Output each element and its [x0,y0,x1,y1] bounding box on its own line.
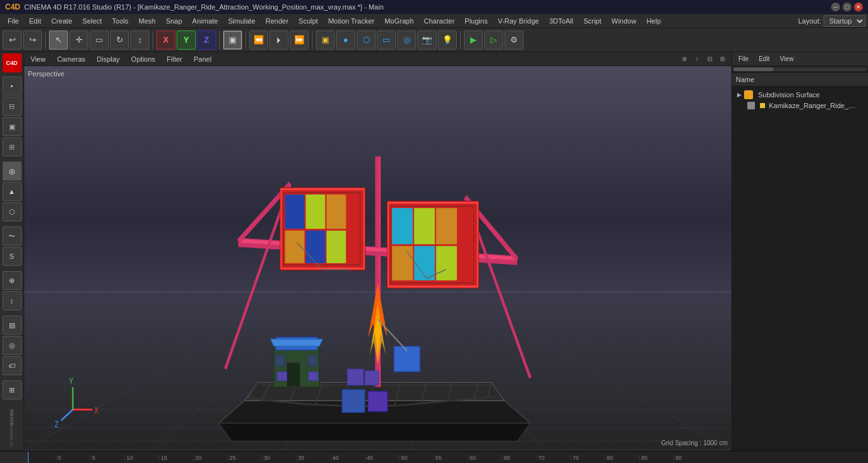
menu-sculpt[interactable]: Sculpt [294,16,323,26]
close-button[interactable]: ✕ [854,3,863,11]
select-tool-button[interactable]: ↖ [49,31,68,50]
timeline-numbers: 0 5 10 15 20 25 30 35 40 45 50 55 60 65 … [28,455,708,461]
maximize-button[interactable]: □ [843,3,851,11]
layout-area: Layout: Startup [798,15,865,27]
layout-label: Layout: [798,17,821,25]
render-settings-btn[interactable]: ⚙ [505,31,524,50]
viewport-display-menu[interactable]: Display [94,54,122,64]
viewport-panel-menu[interactable]: Panel [191,54,214,64]
menu-3dtoall[interactable]: 3DToAll [544,16,578,26]
app-icon: C4D [5,3,20,11]
rotate-tool-button[interactable]: ↻ [110,31,129,50]
ls-layers[interactable]: ▤ [3,315,22,335]
menu-window[interactable]: Window [606,16,641,26]
ls-scene-mode[interactable]: ▲ [3,182,22,201]
rp-view-tab[interactable]: View [776,54,797,64]
scale-tool-button[interactable]: ▭ [90,31,109,50]
vp-icon-4[interactable]: ⊞ [717,54,728,64]
object-mode-button[interactable]: ▣ [223,31,242,50]
timeline-btn-2[interactable]: ⏵ [269,31,288,50]
tl-num-90: 90 [674,455,708,461]
rp-edit-tab[interactable]: Edit [755,54,773,64]
toolbar-separator-3 [219,31,220,49]
cinema4d-label: CINEMA 4D [10,426,13,446]
menu-mograph[interactable]: MoGraph [379,16,419,26]
viewport-options-menu[interactable]: Options [128,54,158,64]
cube-btn[interactable]: ▣ [316,31,335,50]
nurbs-btn[interactable]: ◎ [397,31,416,50]
camera-btn[interactable]: 📷 [417,31,437,50]
redo-button[interactable]: ↪ [23,31,42,50]
light-btn[interactable]: 💡 [438,31,457,50]
menu-edit[interactable]: Edit [24,16,46,26]
timeline-btn-3[interactable]: ⏩ [290,31,309,50]
x-axis-button[interactable]: X [156,31,175,50]
menu-simulate[interactable]: Simulate [223,16,261,26]
transform-tool-button[interactable]: ↕ [130,31,149,50]
ls-material[interactable]: ◎ [3,336,22,355]
menu-animate[interactable]: Animate [187,16,223,26]
ls-field[interactable]: ↕ [3,291,22,310]
tl-num-0: 0 [56,455,90,461]
viewport[interactable]: Perspective Grid Spacing : 1000 cm [24,66,731,450]
vp-icon-2[interactable]: ↕ [692,54,702,64]
tl-num-50: 50 [399,455,433,461]
y-axis-button[interactable]: Y [177,31,196,50]
vp-icon-1[interactable]: ⊕ [679,54,689,64]
menu-motion-tracker[interactable]: Motion Tracker [323,16,379,26]
timeline-area: 0 5 10 15 20 25 30 35 40 45 50 55 60 65 … [0,451,868,463]
ls-edges-mode[interactable]: ⊟ [3,97,22,116]
menu-tools[interactable]: Tools [107,16,133,26]
plane-btn[interactable]: ▭ [377,31,396,50]
menu-plugins[interactable]: Plugins [459,16,492,26]
svg-rect-66 [306,231,325,263]
svg-rect-65 [285,231,304,263]
sphere-btn[interactable]: ● [336,31,355,50]
ls-extrude[interactable]: S [3,247,22,266]
ls-deform[interactable]: ⊕ [3,271,22,290]
viewport-cameras-menu[interactable]: Cameras [55,54,88,64]
undo-button[interactable]: ↩ [3,31,22,50]
move-tool-button[interactable]: ✛ [69,31,88,50]
tree-item-subdivision[interactable]: ▶ Subdivision Surface [735,89,865,100]
render-view-btn[interactable]: ▷ [484,31,503,50]
ls-spline-mode[interactable]: 〜 [3,226,22,245]
tree-arrow-1: ▶ [737,92,742,98]
menu-render[interactable]: Render [261,16,294,26]
ls-texture-mode[interactable]: ⬡ [3,202,22,221]
ls-uv-mode[interactable]: ⊞ [3,137,22,156]
menu-vray[interactable]: V-Ray Bridge [492,16,544,26]
objects-tree[interactable]: ▶ Subdivision Surface Kamikaze_Ranger_Ri… [732,86,868,450]
rp-scroll-thumb[interactable] [733,67,773,71]
svg-rect-44 [287,363,300,387]
cylinder-btn[interactable]: ⬡ [356,31,376,50]
menu-file[interactable]: File [3,16,24,26]
timeline-btn-1[interactable]: ⏪ [249,31,268,50]
rp-file-tab[interactable]: File [735,54,752,64]
toolbar-separator-6 [460,31,461,49]
menu-character[interactable]: Character [419,16,459,26]
menu-help[interactable]: Help [641,16,666,26]
viewport-filter-menu[interactable]: Filter [164,54,184,64]
minimize-button[interactable]: ─ [831,3,840,11]
menu-snap[interactable]: Snap [161,16,187,26]
ls-tag[interactable]: 🏷 [3,356,22,375]
rp-scroll-track[interactable] [733,67,867,71]
vp-icon-3[interactable]: ⊟ [705,54,715,64]
ls-snap[interactable]: ⊞ [3,380,22,399]
svg-rect-76 [436,246,457,280]
render-btn[interactable]: ▶ [464,31,483,50]
ls-object-mode[interactable]: ◎ [3,162,22,181]
menu-select[interactable]: Select [78,16,107,26]
menu-mesh[interactable]: Mesh [133,16,161,26]
svg-rect-63 [306,195,325,229]
viewport-view-menu[interactable]: View [28,54,48,64]
tree-item-kamikaze[interactable]: Kamikaze_Ranger_Ride_Attracti... [745,100,865,111]
svg-line-92 [61,410,72,420]
ls-polygons-mode[interactable]: ▣ [3,117,22,136]
ls-points-mode[interactable]: • [3,76,22,95]
menu-create[interactable]: Create [46,16,78,26]
menu-script[interactable]: Script [578,16,606,26]
z-axis-button[interactable]: Z [197,31,216,50]
layout-select[interactable]: Startup [824,15,865,27]
